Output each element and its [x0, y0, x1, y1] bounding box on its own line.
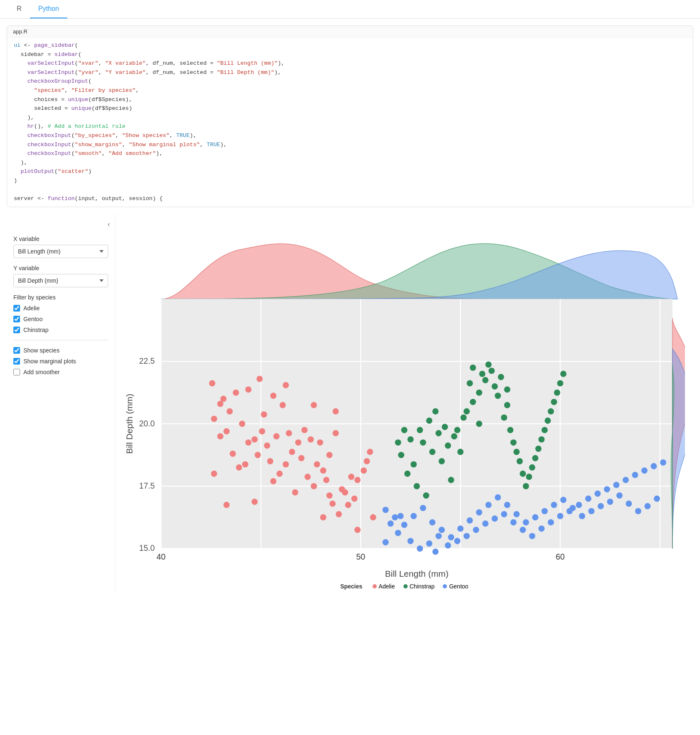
svg-point-101 — [476, 389, 482, 395]
chinstrap-checkbox-item[interactable]: Chinstrap — [13, 327, 108, 333]
gentoo-legend-label: Gentoo — [449, 583, 468, 590]
svg-point-74 — [326, 492, 332, 499]
svg-point-194 — [594, 490, 601, 497]
svg-point-64 — [355, 476, 361, 483]
svg-point-87 — [407, 436, 413, 442]
chart-legend: Species Adelie Chinstrap Gentoo — [340, 583, 469, 590]
svg-point-183 — [492, 515, 498, 522]
svg-point-33 — [230, 451, 236, 457]
svg-point-79 — [355, 527, 361, 533]
adelie-label: Adelie — [23, 305, 40, 312]
svg-point-110 — [501, 414, 507, 421]
svg-point-119 — [532, 455, 538, 461]
svg-point-78 — [320, 514, 326, 520]
svg-point-107 — [498, 374, 504, 380]
tab-r[interactable]: R — [8, 0, 30, 18]
svg-point-171 — [644, 503, 651, 509]
svg-point-73 — [211, 470, 217, 476]
adelie-checkbox-item[interactable]: Adelie — [13, 305, 108, 312]
svg-point-116 — [523, 483, 529, 489]
svg-point-179 — [454, 538, 460, 544]
svg-point-146 — [411, 513, 417, 519]
svg-point-50 — [314, 461, 320, 467]
code-body[interactable]: ui <- page_sidebar( sidebar = sidebar( v… — [7, 38, 693, 207]
svg-point-30 — [223, 428, 230, 434]
svg-text:20.0: 20.0 — [139, 418, 155, 428]
svg-point-154 — [485, 502, 492, 508]
add-smoother-checkbox[interactable] — [13, 369, 20, 375]
svg-text:Bill Depth (mm): Bill Depth (mm) — [124, 394, 134, 454]
legend-adelie: Adelie — [373, 583, 395, 590]
svg-point-29 — [233, 389, 239, 395]
svg-point-67 — [364, 458, 370, 464]
svg-point-66 — [348, 474, 355, 480]
svg-point-35 — [259, 428, 265, 434]
svg-point-43 — [270, 478, 276, 484]
adelie-legend-label: Adelie — [379, 583, 395, 590]
tab-python[interactable]: Python — [30, 0, 68, 18]
svg-point-95 — [451, 433, 457, 439]
x-variable-select[interactable]: Bill Length (mm) — [13, 245, 108, 258]
show-species-item[interactable]: Show species — [13, 347, 108, 354]
svg-point-86 — [217, 433, 223, 439]
svg-point-123 — [545, 418, 551, 424]
svg-point-71 — [332, 408, 339, 414]
svg-text:22.5: 22.5 — [139, 356, 155, 365]
chinstrap-checkbox[interactable] — [13, 327, 20, 333]
svg-point-45 — [295, 439, 302, 446]
scatter-plot: 15.0 17.5 20.0 22.5 40 50 60 40 50 60 Bi… — [124, 218, 685, 580]
svg-point-112 — [510, 439, 517, 446]
svg-point-167 — [607, 499, 613, 505]
y-variable-select[interactable]: Bill Depth (mm) — [13, 274, 108, 287]
svg-point-157 — [513, 511, 520, 517]
gentoo-checkbox[interactable] — [13, 316, 20, 322]
svg-point-48 — [308, 436, 314, 442]
svg-point-148 — [429, 519, 436, 525]
x-variable-label: X variable — [13, 236, 108, 242]
show-marginal-item[interactable]: Show marginal plots — [13, 358, 108, 365]
show-marginal-label: Show marginal plots — [23, 358, 76, 365]
svg-point-144 — [392, 514, 398, 520]
chinstrap-dot — [403, 584, 408, 588]
svg-text:Bill Length (mm): Bill Length (mm) — [385, 568, 449, 578]
svg-point-202 — [388, 520, 394, 527]
svg-point-89 — [426, 418, 432, 424]
svg-point-156 — [504, 502, 510, 508]
show-species-checkbox[interactable] — [13, 347, 20, 354]
sidebar: ‹ X variable Bill Length (mm) Y variable… — [7, 214, 115, 594]
svg-point-120 — [535, 446, 542, 452]
legend-gentoo: Gentoo — [443, 583, 468, 590]
gentoo-checkbox-item[interactable]: Gentoo — [13, 316, 108, 322]
svg-point-114 — [517, 458, 523, 464]
svg-point-81 — [311, 402, 317, 408]
svg-point-192 — [576, 502, 582, 508]
svg-point-98 — [454, 427, 460, 433]
svg-point-83 — [270, 393, 276, 399]
bottom-section: ‹ X variable Bill Length (mm) Y variable… — [7, 214, 693, 594]
svg-point-197 — [623, 476, 629, 483]
svg-point-180 — [464, 533, 470, 539]
svg-point-204 — [383, 539, 389, 545]
svg-point-26 — [220, 395, 226, 402]
svg-point-41 — [276, 470, 283, 476]
svg-point-147 — [420, 505, 426, 511]
svg-point-69 — [279, 402, 286, 408]
svg-point-111 — [507, 427, 513, 433]
sidebar-collapse-button[interactable]: ‹ — [108, 220, 110, 228]
svg-point-174 — [407, 538, 413, 544]
svg-point-129 — [432, 408, 439, 414]
svg-point-60 — [345, 502, 351, 508]
svg-point-161 — [551, 502, 557, 508]
svg-point-77 — [223, 502, 230, 508]
show-marginal-checkbox[interactable] — [13, 358, 20, 365]
adelie-checkbox[interactable] — [13, 305, 20, 312]
svg-point-173 — [395, 530, 401, 536]
svg-point-24 — [209, 380, 216, 386]
svg-point-193 — [585, 495, 591, 502]
svg-point-130 — [411, 461, 417, 467]
add-smoother-item[interactable]: Add smoother — [13, 369, 108, 375]
svg-point-105 — [482, 377, 489, 383]
svg-point-131 — [398, 452, 404, 458]
gentoo-dot — [443, 584, 447, 588]
svg-point-140 — [423, 492, 429, 499]
